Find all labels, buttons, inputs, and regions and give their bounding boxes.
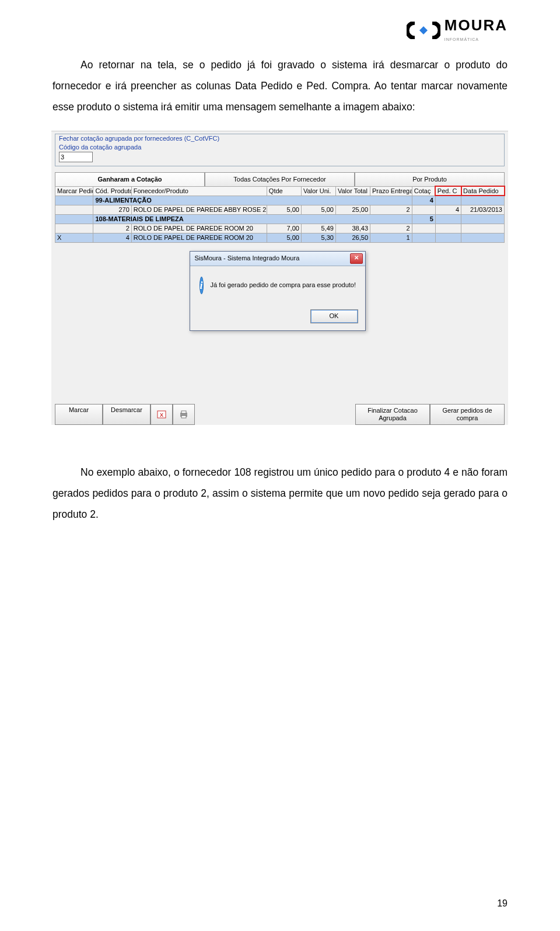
tab-porproduto[interactable]: Por Produto bbox=[355, 172, 505, 186]
svg-text:X: X bbox=[160, 412, 163, 418]
col-prazo[interactable]: Prazo Entrega bbox=[370, 186, 412, 196]
paragraph-1: Ao retornar na tela, se o pedido já foi … bbox=[52, 55, 508, 118]
marcar-button[interactable]: Marcar bbox=[55, 404, 103, 425]
table-row: 270 ROLO DE PAPEL DE PAREDE ABBY ROSE 2 … bbox=[55, 205, 505, 214]
fieldset-legend: Fechar cotação agrupada por fornecedores… bbox=[59, 135, 219, 142]
dialog-title: SisMoura - Sistema Integrado Moura bbox=[195, 255, 300, 261]
svg-rect-3 bbox=[181, 411, 186, 413]
print-icon[interactable] bbox=[173, 404, 195, 425]
data-grid[interactable]: Marcar Pedid Cód. Produto Fonecedor/Prod… bbox=[55, 186, 505, 400]
grid-header-row: Marcar Pedid Cód. Produto Fonecedor/Prod… bbox=[55, 186, 505, 196]
dialog-message: Já foi gerado pedido de compra para esse… bbox=[211, 282, 356, 288]
paragraph-2: No exemplo abaixo, o fornecedor 108 regi… bbox=[52, 462, 508, 525]
message-dialog: SisMoura - Sistema Integrado Moura ✕ i J… bbox=[190, 251, 366, 331]
col-qtde[interactable]: Qtde bbox=[267, 186, 301, 196]
col-valortotal[interactable]: Valor Total bbox=[335, 186, 370, 196]
page-number: 19 bbox=[497, 898, 508, 909]
group-row: 99-ALIMENTAÇÃO4 bbox=[55, 196, 505, 205]
col-datapedido[interactable]: Data Pedido bbox=[461, 186, 505, 196]
tab-ganharam[interactable]: Ganharam a Cotação bbox=[55, 172, 205, 186]
gerar-pedidos-button[interactable]: Gerar pedidos de compra bbox=[430, 404, 505, 425]
logo-subtitle: INFORMÁTICA bbox=[444, 37, 479, 41]
col-marcar[interactable]: Marcar Pedid bbox=[55, 186, 93, 196]
brand-logo: MOURA INFORMÁTICA bbox=[52, 18, 508, 43]
export-excel-icon[interactable]: X bbox=[150, 404, 173, 425]
logo-text: MOURA bbox=[444, 16, 508, 34]
close-icon[interactable]: ✕ bbox=[350, 253, 363, 264]
info-icon: i bbox=[200, 277, 204, 294]
col-pedc[interactable]: Ped. C bbox=[435, 186, 461, 196]
logo-mark bbox=[406, 21, 441, 40]
tab-todas[interactable]: Todas Cotações Por Fornecedor bbox=[205, 172, 355, 186]
desmarcar-button[interactable]: Desmarcar bbox=[103, 404, 150, 425]
svg-rect-4 bbox=[181, 416, 186, 418]
app-screenshot: Fechar cotação agrupada por fornecedores… bbox=[51, 131, 508, 425]
col-fornprod[interactable]: Fonecedor/Produto bbox=[131, 186, 267, 196]
group-row: 108-MATERIAIS DE LIMPEZA5 bbox=[55, 214, 505, 224]
code-input[interactable] bbox=[59, 152, 93, 162]
col-codprod[interactable]: Cód. Produto bbox=[93, 186, 131, 196]
ok-button[interactable]: OK bbox=[310, 309, 358, 323]
finalizar-button[interactable]: Finalizar Cotacao Agrupada bbox=[355, 404, 430, 425]
col-cotac[interactable]: Cotaç bbox=[412, 186, 435, 196]
col-valoruni[interactable]: Valor Uni. bbox=[301, 186, 335, 196]
code-label: Código da cotação agrupada bbox=[59, 144, 501, 151]
table-row: X 4 ROLO DE PAPEL DE PAREDE ROOM 20 5,00… bbox=[55, 233, 505, 242]
table-row: 2 ROLO DE PAPEL DE PAREDE ROOM 20 7,00 5… bbox=[55, 224, 505, 233]
